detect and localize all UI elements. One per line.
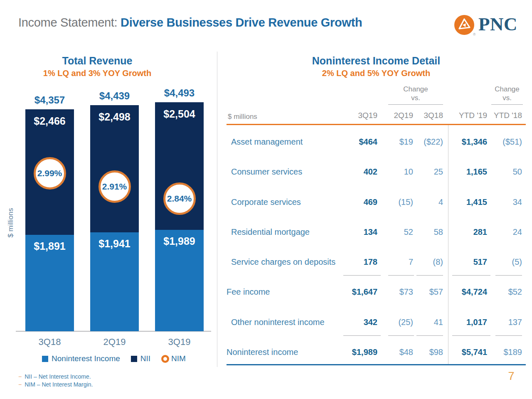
- table-cell-value: 50: [476, 165, 522, 178]
- table-cell-value: ($22): [397, 135, 443, 148]
- table-row-label: Service charges on deposits: [231, 256, 335, 268]
- table-row-label: Corporate services: [231, 196, 301, 208]
- column-header: YTD '18: [472, 110, 522, 121]
- table-cell-value: (5): [476, 256, 522, 268]
- subtotal-rule: [452, 275, 490, 276]
- subtotal-rule: [416, 275, 443, 276]
- table-cell-value: 137: [476, 316, 522, 328]
- table-cell-value: $52: [476, 286, 522, 298]
- subtotal-rule: [452, 335, 490, 336]
- table-cell-value: $189: [476, 346, 522, 358]
- subtotal-rule: [388, 275, 414, 276]
- subtotal-rule: [388, 335, 414, 336]
- table-cell-value: 34: [476, 196, 522, 208]
- table-row-label: Noninterest income: [227, 346, 298, 358]
- table-cell-value: $98: [397, 346, 443, 358]
- table-row-label: Residential mortgage: [231, 226, 310, 238]
- page-number: 7: [501, 370, 522, 383]
- table-row-label: Fee income: [227, 286, 270, 298]
- table-bottom-rule: [227, 364, 526, 365]
- table-row-label: Asset management: [231, 135, 303, 148]
- table-cell-value: (8): [397, 256, 443, 268]
- table-cell-value: ($51): [476, 135, 522, 148]
- column-header: 3Q18: [393, 110, 443, 121]
- subtotal-rule: [495, 335, 522, 336]
- subtotal-rule: [495, 275, 522, 276]
- table-cell-value: $57: [397, 286, 443, 298]
- subtotal-rule: [343, 335, 381, 336]
- slide: Income Statement: Diverse Businesses Dri…: [0, 0, 532, 399]
- subtotal-rule: [343, 275, 381, 276]
- table-row-label: Other noninterest income: [231, 316, 325, 328]
- table-row-label: Consumer services: [231, 165, 302, 178]
- table-cell-value: 4: [397, 196, 443, 208]
- table-cell-value: 24: [476, 226, 522, 238]
- noninterest-table: 3Q192Q193Q18YTD '19YTD '18Asset manageme…: [0, 0, 532, 399]
- table-cell-value: 25: [397, 165, 443, 178]
- subtotal-rule: [416, 335, 443, 336]
- table-cell-value: 41: [397, 316, 443, 328]
- table-cell-value: 58: [397, 226, 443, 238]
